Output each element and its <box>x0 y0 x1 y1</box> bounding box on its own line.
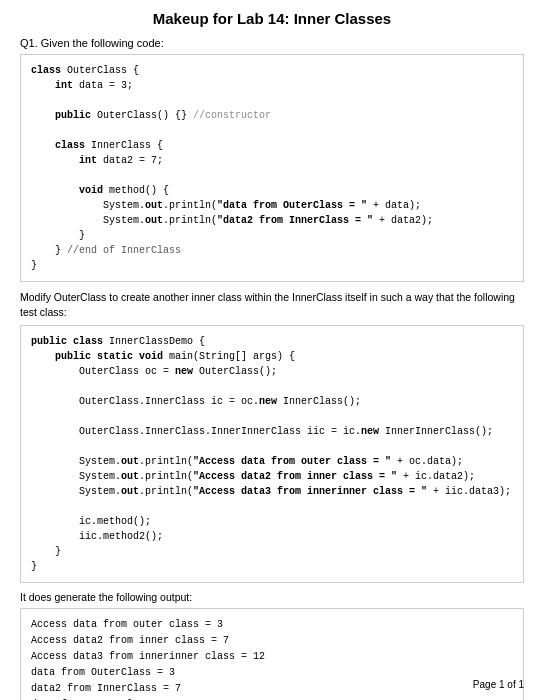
page-footer: Page 1 of 1 <box>473 679 524 690</box>
code-block-1: class OuterClass { int data = 3; public … <box>20 54 524 282</box>
q1-label: Q1. Given the following code: <box>20 37 524 49</box>
output-block: Access data from outer class = 3 Access … <box>20 608 524 700</box>
modify-text: Modify OuterClass to create another inne… <box>20 290 524 319</box>
page-title: Makeup for Lab 14: Inner Classes <box>20 10 524 27</box>
generates-text: It does generate the following output: <box>20 591 524 603</box>
code-block-2: public class InnerClassDemo { public sta… <box>20 325 524 583</box>
